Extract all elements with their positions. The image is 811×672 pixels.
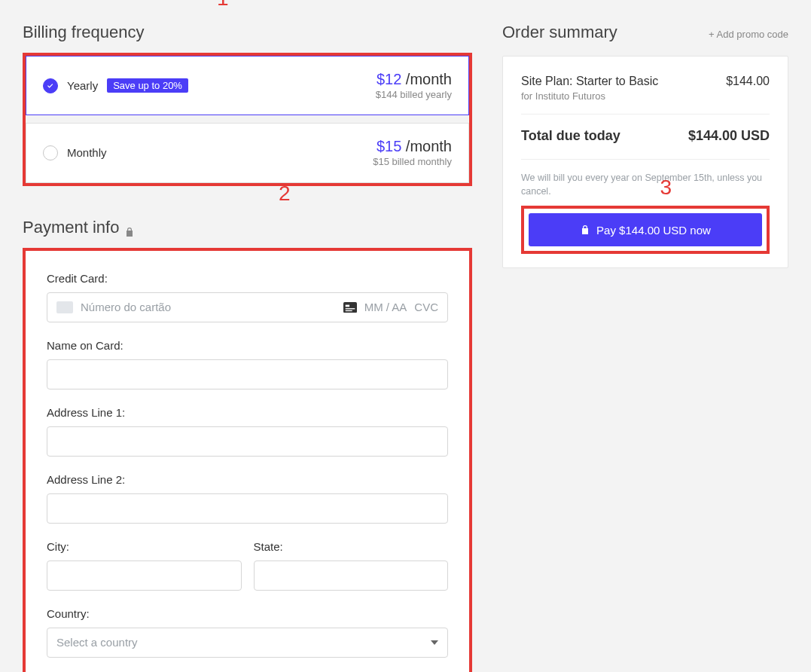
address1-input[interactable] bbox=[47, 426, 448, 457]
total-label: Total due today bbox=[521, 128, 620, 144]
svg-rect-3 bbox=[345, 310, 352, 310]
check-icon bbox=[46, 81, 55, 90]
card-icon bbox=[56, 301, 73, 313]
annotation-3: 3 bbox=[660, 176, 672, 200]
payment-heading-text: Payment info bbox=[23, 218, 119, 237]
name-input[interactable] bbox=[47, 359, 448, 389]
billing-note: We will bill you every year on September… bbox=[521, 160, 770, 201]
item-amount: $144.00 bbox=[726, 75, 770, 88]
lock-icon bbox=[580, 225, 590, 235]
cc-cvc-placeholder: CVC bbox=[414, 301, 438, 313]
country-label: Country: bbox=[47, 607, 448, 620]
credit-card-label: Credit Card: bbox=[47, 272, 448, 285]
annotation-1: 1 bbox=[217, 0, 229, 11]
addr1-label: Address Line 1: bbox=[47, 406, 448, 419]
order-summary-card: Site Plan: Starter to Basic for Institut… bbox=[502, 56, 788, 268]
svg-rect-1 bbox=[345, 304, 349, 307]
annotation-2: 2 bbox=[279, 182, 291, 206]
price-sub: $15 billed monthly bbox=[373, 156, 452, 168]
address2-input[interactable] bbox=[47, 493, 448, 524]
order-heading-text: Order summary bbox=[502, 23, 617, 42]
name-label: Name on Card: bbox=[47, 339, 448, 352]
payment-heading: Payment info 2 bbox=[23, 218, 472, 237]
save-badge: Save up to 20% bbox=[107, 78, 188, 93]
option-label: Monthly bbox=[67, 146, 107, 159]
total-row: Total due today $144.00 USD bbox=[521, 115, 770, 160]
payment-form: Credit Card: Número do cartão MM / AA CV… bbox=[23, 248, 472, 673]
price-amount: $15 bbox=[377, 138, 401, 154]
billing-heading-text: Billing frequency bbox=[23, 23, 144, 42]
city-input[interactable] bbox=[47, 561, 242, 591]
item-title: Site Plan: Starter to Basic bbox=[521, 75, 658, 88]
billing-options-group: Yearly Save up to 20% $12 /month $144 bi… bbox=[23, 53, 472, 186]
state-input[interactable] bbox=[254, 561, 449, 591]
cc-exp-placeholder: MM / AA bbox=[364, 301, 407, 313]
price-unit: /month bbox=[406, 71, 452, 87]
lock-icon bbox=[125, 222, 134, 233]
state-label: State: bbox=[254, 540, 449, 553]
billing-option-yearly[interactable]: Yearly Save up to 20% $12 /month $144 bi… bbox=[26, 56, 469, 115]
svg-rect-0 bbox=[343, 302, 357, 313]
svg-rect-2 bbox=[345, 308, 355, 309]
pay-button-label: Pay $144.00 USD now bbox=[596, 224, 711, 237]
billing-heading: Billing frequency 1 bbox=[23, 23, 472, 42]
addr2-label: Address Line 2: bbox=[47, 473, 448, 486]
cc-number-placeholder: Número do cartão bbox=[81, 301, 336, 313]
total-amount: $144.00 USD bbox=[688, 128, 770, 144]
item-sub: for Instituto Futuros bbox=[521, 90, 658, 102]
country-select[interactable]: Select a country bbox=[47, 628, 448, 658]
add-promo-link[interactable]: + Add promo code bbox=[709, 29, 788, 40]
line-item: Site Plan: Starter to Basic for Institut… bbox=[521, 75, 770, 115]
price-sub: $144 billed yearly bbox=[376, 89, 452, 101]
option-label: Yearly bbox=[67, 79, 98, 92]
autofill-icon bbox=[343, 302, 357, 313]
radio-monthly[interactable] bbox=[43, 145, 58, 160]
country-placeholder: Select a country bbox=[56, 636, 138, 649]
billing-option-monthly[interactable]: Monthly $15 /month $15 billed monthly bbox=[26, 123, 469, 182]
chevron-down-icon bbox=[431, 640, 438, 645]
pay-button[interactable]: Pay $144.00 USD now bbox=[529, 213, 762, 246]
price-unit: /month bbox=[406, 138, 452, 154]
radio-yearly[interactable] bbox=[43, 78, 58, 93]
credit-card-input[interactable]: Número do cartão MM / AA CVC bbox=[47, 292, 448, 322]
city-label: City: bbox=[47, 540, 242, 553]
order-heading: Order summary bbox=[502, 23, 617, 42]
price-amount: $12 bbox=[377, 71, 401, 87]
